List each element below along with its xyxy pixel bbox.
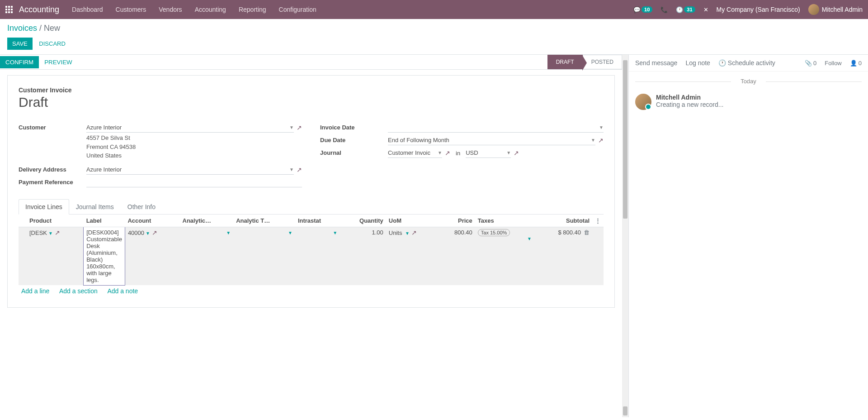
send-message-button[interactable]: Send message xyxy=(635,59,677,67)
nav-vendors[interactable]: Vendors xyxy=(159,6,182,13)
message-author[interactable]: Mitchell Admin xyxy=(656,94,723,101)
nav-customers[interactable]: Customers xyxy=(116,6,146,13)
cell-taxes[interactable]: Tax 15.00%▼ xyxy=(475,227,534,285)
cell-label[interactable]: [DESK0004] Customizable Desk (Aluminium,… xyxy=(84,227,125,285)
currency-field[interactable]: USD▼ xyxy=(466,148,511,158)
external-link-icon[interactable]: ↗ xyxy=(411,229,417,236)
delivery-label: Delivery Address xyxy=(19,165,86,173)
date-separator: Today xyxy=(629,78,868,85)
cell-account[interactable]: 40000▼ ↗ xyxy=(125,227,179,285)
confirm-button[interactable]: Confirm xyxy=(0,56,39,68)
message: Mitchell Admin Creating a new record... xyxy=(629,91,868,113)
avatar xyxy=(635,94,651,110)
followers-button[interactable]: 👤0 xyxy=(850,60,862,67)
col-subtotal: Subtotal xyxy=(534,215,592,227)
external-link-icon[interactable]: ↗ xyxy=(297,166,302,173)
nav-reporting[interactable]: Reporting xyxy=(239,6,266,13)
breadcrumb-current: New xyxy=(44,24,60,33)
cell-uom[interactable]: Units ▼ ↗ xyxy=(386,227,439,285)
tab-journal-items[interactable]: Journal Items xyxy=(69,199,121,214)
col-analytic: Analytic… xyxy=(180,215,234,227)
invdate-field[interactable]: ▼ xyxy=(388,123,604,133)
delivery-field[interactable]: Azure Interior▼ xyxy=(86,165,294,175)
col-label: Label xyxy=(84,215,125,227)
close-icon[interactable]: ✕ xyxy=(703,6,708,13)
add-line-link[interactable]: Add a line xyxy=(21,287,49,295)
discard-button[interactable]: Discard xyxy=(34,38,71,50)
activities-badge: 31 xyxy=(684,6,695,13)
external-link-icon[interactable]: ↗ xyxy=(514,149,519,157)
attachments-button[interactable]: 📎0 xyxy=(805,60,816,67)
cell-analytic[interactable]: ▼ xyxy=(180,227,234,285)
save-button[interactable]: Save xyxy=(7,38,33,50)
company-selector[interactable]: My Company (San Francisco) xyxy=(717,6,800,13)
payref-label: Payment Reference xyxy=(19,177,86,186)
tab-other-info[interactable]: Other Info xyxy=(121,199,162,214)
invdate-label: Invoice Date xyxy=(320,123,388,131)
add-note-link[interactable]: Add a note xyxy=(107,287,138,295)
preview-button[interactable]: Preview xyxy=(39,56,77,68)
cell-quantity[interactable]: 1.00 xyxy=(340,227,386,285)
nav-configuration[interactable]: Configuration xyxy=(279,6,316,13)
status-draft[interactable]: Draft xyxy=(547,55,583,69)
scrollbar[interactable] xyxy=(622,55,628,417)
kebab-icon[interactable]: ⋮ xyxy=(592,215,604,227)
duedate-label: Due Date xyxy=(320,135,388,143)
breadcrumb-root[interactable]: Invoices xyxy=(7,24,37,33)
status-posted[interactable]: Posted xyxy=(583,55,622,69)
col-product: Product xyxy=(27,215,84,227)
activities-icon[interactable]: 🕐31 xyxy=(676,6,695,13)
col-taxes: Taxes xyxy=(475,215,534,227)
journal-field[interactable]: Customer Invoic▼ xyxy=(388,148,442,158)
chevron-down-icon: ▼ xyxy=(506,150,511,155)
in-label: in xyxy=(453,150,463,157)
messaging-icon[interactable]: 💬10 xyxy=(633,6,652,13)
external-link-icon[interactable]: ↗ xyxy=(297,124,302,131)
journal-label: Journal xyxy=(320,148,388,156)
user-name: Mitchell Admin xyxy=(822,6,863,13)
payref-field[interactable] xyxy=(86,177,302,187)
cell-price[interactable]: 800.40 xyxy=(439,227,475,285)
user-menu[interactable]: Mitchell Admin xyxy=(808,4,863,15)
col-analytic-t: Analytic T… xyxy=(233,215,295,227)
customer-field[interactable]: Azure Interior▼ xyxy=(86,123,294,133)
customer-label: Customer xyxy=(19,123,86,131)
chevron-down-icon: ▼ xyxy=(405,231,410,236)
phone-icon[interactable]: 📞 xyxy=(660,6,668,13)
external-link-icon[interactable]: ↗ xyxy=(55,229,60,236)
cell-analytic-t[interactable]: ▼ xyxy=(233,227,295,285)
page-title: Draft xyxy=(19,95,604,110)
chevron-down-icon: ▼ xyxy=(599,125,604,130)
table-row[interactable]: [DESK▼ ↗ [DESK0004] Customizable Desk (A… xyxy=(19,227,604,285)
col-price: Price xyxy=(439,215,475,227)
cell-intrastat[interactable]: ▼ xyxy=(295,227,340,285)
customer-address: 4557 De Silva St Fremont CA 94538 United… xyxy=(86,134,302,160)
follow-button[interactable]: Follow xyxy=(825,60,842,67)
form-subtitle: Customer Invoice xyxy=(19,86,604,94)
nav-dashboard[interactable]: Dashboard xyxy=(72,6,103,13)
trash-icon[interactable]: 🗑 xyxy=(584,229,590,236)
log-note-button[interactable]: Log note xyxy=(685,59,710,67)
col-uom: UoM xyxy=(386,215,439,227)
external-link-icon[interactable]: ↗ xyxy=(152,229,157,236)
add-section-link[interactable]: Add a section xyxy=(59,287,98,295)
nav-accounting[interactable]: Accounting xyxy=(195,6,226,13)
breadcrumb: Invoices / New xyxy=(7,24,861,33)
duedate-field[interactable]: End of Following Month▼ xyxy=(388,135,595,145)
external-link-icon[interactable]: ↗ xyxy=(445,149,450,157)
app-brand[interactable]: Accounting xyxy=(19,5,59,14)
tax-pill[interactable]: Tax 15.00% xyxy=(478,229,510,236)
external-link-icon[interactable]: ↗ xyxy=(598,137,604,144)
tab-invoice-lines[interactable]: Invoice Lines xyxy=(19,199,69,215)
apps-icon[interactable] xyxy=(5,6,13,13)
message-body: Creating a new record... xyxy=(656,101,723,108)
chevron-down-icon: ▼ xyxy=(288,230,292,235)
schedule-activity-button[interactable]: 🕐 Schedule activity xyxy=(718,59,775,67)
col-account: Account xyxy=(125,215,179,227)
chevron-down-icon: ▼ xyxy=(527,236,532,241)
cell-product[interactable]: [DESK▼ ↗ xyxy=(27,227,84,285)
chevron-down-icon: ▼ xyxy=(48,231,53,236)
chevron-down-icon: ▼ xyxy=(226,230,231,235)
col-intrastat: Intrastat xyxy=(295,215,340,227)
chevron-down-icon: ▼ xyxy=(591,138,595,143)
